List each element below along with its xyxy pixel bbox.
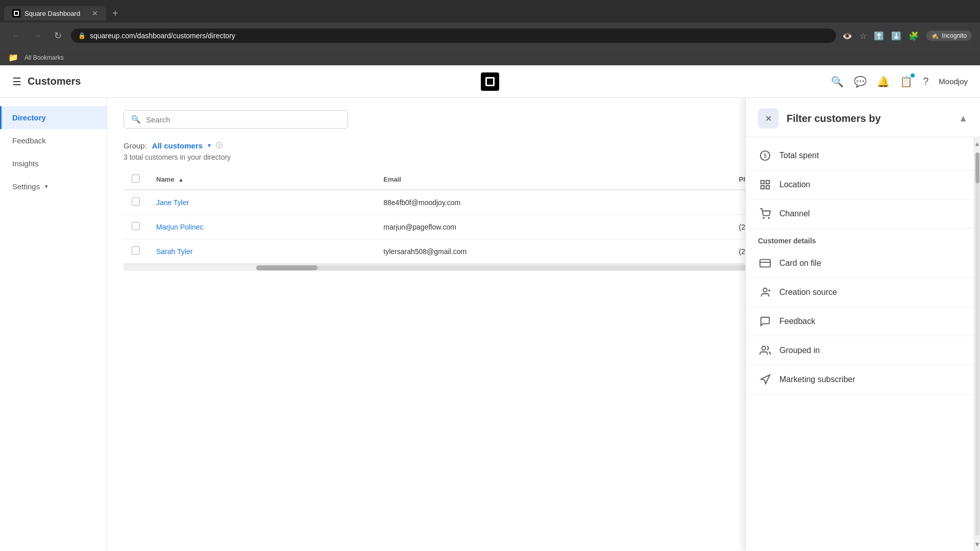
- help-icon[interactable]: ?: [923, 76, 928, 87]
- select-all-checkbox[interactable]: [132, 174, 140, 183]
- message-icon[interactable]: 💬: [854, 76, 867, 88]
- row-name[interactable]: Marjun Polinec: [148, 215, 375, 239]
- sidebar-label-feedback: Feedback: [12, 136, 46, 145]
- filter-label-total-spent: Total spent: [779, 151, 819, 160]
- search-input[interactable]: [146, 115, 340, 124]
- sidebar-item-insights[interactable]: Insights: [0, 152, 107, 175]
- group-dropdown-icon[interactable]: ▾: [208, 142, 211, 149]
- filter-label-card-on-file: Card on file: [779, 259, 821, 268]
- filter-scroll-up-arrow[interactable]: ▲: [959, 113, 968, 124]
- row-checkbox-cell: [124, 239, 148, 264]
- sidebar-label-settings: Settings: [12, 182, 40, 191]
- extension-icon[interactable]: 🧩: [909, 31, 919, 41]
- svg-point-6: [763, 217, 764, 218]
- scroll-down-button[interactable]: ▼: [971, 538, 980, 551]
- sort-arrow-icon: ▲: [178, 177, 184, 183]
- filter-label-location: Location: [779, 180, 811, 189]
- content-area: Directory Feedback Insights Settings ▾ 🔍: [0, 98, 980, 551]
- star-icon[interactable]: ☆: [860, 31, 867, 41]
- filter-label-marketing-subscriber: Marketing subscriber: [779, 375, 855, 384]
- scroll-track: [975, 153, 979, 536]
- channel-icon: [758, 207, 772, 221]
- feedback-filter-icon: [758, 314, 772, 329]
- logo-inner: [485, 77, 495, 86]
- sidebar-label-directory: Directory: [12, 113, 46, 122]
- filter-item-feedback[interactable]: Feedback: [746, 307, 974, 336]
- user-name[interactable]: Moodjoy: [939, 77, 968, 86]
- info-icon[interactable]: ⓘ: [216, 141, 223, 150]
- row-name[interactable]: Sarah Tyler: [148, 239, 375, 264]
- th-checkbox: [124, 169, 148, 190]
- filter-label-feedback: Feedback: [779, 317, 815, 326]
- search-icon[interactable]: 🔍: [831, 76, 844, 88]
- settings-chevron-icon: ▾: [45, 183, 48, 190]
- forward-button[interactable]: →: [30, 29, 45, 43]
- svg-point-7: [768, 217, 769, 218]
- square-logo: [481, 72, 499, 91]
- row-name[interactable]: Jane Tyler: [148, 190, 375, 215]
- filter-section-header: Customer details: [746, 229, 974, 249]
- svg-point-13: [762, 346, 766, 350]
- app: ☰ Customers 🔍 💬 🔔 📋 ? Moodjoy Directory: [0, 65, 980, 551]
- group-value[interactable]: All customers: [152, 141, 203, 150]
- row-checkbox[interactable]: [132, 222, 140, 230]
- row-email: 88e4fb0f@moodjoy.com: [375, 190, 730, 215]
- filter-item-marketing-subscriber[interactable]: Marketing subscriber: [746, 365, 974, 394]
- tab-close-button[interactable]: ✕: [92, 9, 98, 17]
- incognito-label: Incognito: [942, 32, 967, 39]
- bookmarks-folder-icon: 📁: [8, 53, 18, 62]
- search-bar[interactable]: 🔍: [124, 110, 348, 129]
- svg-rect-8: [760, 260, 770, 267]
- logo-center: [481, 72, 499, 91]
- group-label: Group:: [124, 141, 147, 150]
- svg-rect-4: [761, 186, 764, 189]
- th-email: Email: [375, 169, 730, 190]
- filter-item-total-spent[interactable]: $ Total spent: [746, 141, 974, 170]
- all-bookmarks-link[interactable]: All Bookmarks: [21, 53, 67, 62]
- reload-button[interactable]: ↻: [51, 28, 65, 43]
- bookmarks-bar: 📁 All Bookmarks: [0, 49, 980, 65]
- filter-label-grouped-in: Grouped in: [779, 346, 820, 355]
- row-checkbox[interactable]: [132, 246, 140, 255]
- menu-icon[interactable]: ☰: [12, 76, 21, 88]
- total-spent-icon: $: [758, 148, 772, 163]
- url-input[interactable]: [90, 32, 829, 40]
- new-tab-button[interactable]: +: [108, 8, 122, 19]
- tab-title: Square Dashboard: [24, 10, 80, 17]
- svg-point-10: [763, 288, 767, 292]
- filter-panel-inner: $ Total spent Location: [746, 137, 980, 551]
- back-button[interactable]: ←: [8, 29, 23, 43]
- th-name[interactable]: Name ▲: [148, 169, 375, 190]
- incognito-badge: 🕵️ Incognito: [926, 31, 972, 41]
- scroll-thumb[interactable]: [975, 153, 979, 183]
- toolbar-actions: 👁️ ☆ ⬆️ ⬇️ 🧩 🕵️ Incognito: [842, 31, 972, 41]
- row-email: marjun@pageflow.com: [375, 215, 730, 239]
- scroll-thumb-horizontal[interactable]: [256, 265, 317, 270]
- nav-actions: 🔍 💬 🔔 📋 ? Moodjoy: [831, 76, 968, 88]
- scroll-up-button[interactable]: ▲: [971, 137, 980, 151]
- filter-close-button[interactable]: ✕: [758, 108, 778, 129]
- sidebar-item-settings[interactable]: Settings ▾: [0, 175, 107, 198]
- sidebar-item-feedback[interactable]: Feedback: [0, 129, 107, 152]
- eye-slash-icon[interactable]: 👁️: [842, 31, 852, 41]
- share-icon[interactable]: ⬆️: [874, 31, 884, 41]
- filter-label-creation-source: Creation source: [779, 288, 837, 297]
- bell-icon[interactable]: 🔔: [877, 76, 890, 88]
- active-tab[interactable]: Square Dashboard ✕: [4, 6, 106, 20]
- filter-item-grouped-in[interactable]: Grouped in: [746, 336, 974, 365]
- address-bar[interactable]: 🔒: [71, 29, 836, 43]
- main-content: 🔍 Group: All customers ▾ ⓘ 3 total custo…: [107, 98, 980, 551]
- app-title: Customers: [28, 76, 81, 87]
- sidebar-item-directory[interactable]: Directory: [0, 106, 107, 129]
- browser-tabs: Square Dashboard ✕ +: [0, 0, 980, 22]
- row-checkbox[interactable]: [132, 197, 140, 206]
- download-icon[interactable]: ⬇️: [891, 31, 901, 41]
- filter-item-location[interactable]: Location: [746, 170, 974, 199]
- filter-header: ✕ Filter customers by ▲: [746, 98, 980, 137]
- tab-favicon: [12, 9, 20, 17]
- filter-item-channel[interactable]: Channel: [746, 199, 974, 229]
- top-nav: ☰ Customers 🔍 💬 🔔 📋 ? Moodjoy: [0, 65, 980, 98]
- card-icon[interactable]: 📋: [900, 76, 913, 88]
- filter-item-creation-source[interactable]: Creation source: [746, 278, 974, 307]
- filter-item-card-on-file[interactable]: Card on file: [746, 249, 974, 278]
